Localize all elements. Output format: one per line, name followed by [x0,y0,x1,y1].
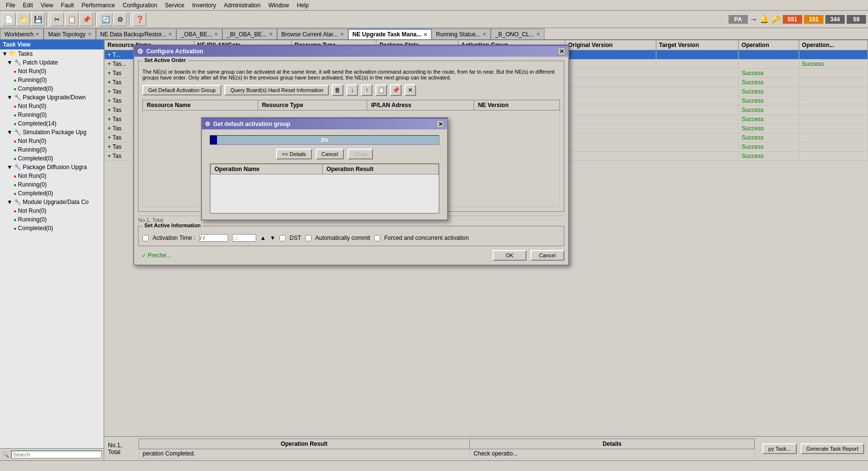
tree-patch-notrun[interactable]: ● Not Run(0) [0,67,104,76]
cancel-progress-button[interactable]: Cancel [316,149,344,159]
tab-workbench-close[interactable]: ✕ [35,31,39,37]
tab-main-topology[interactable]: Main Topology ✕ [44,29,95,39]
configure-ok-button[interactable]: OK [493,250,527,261]
activation-time-input[interactable] [232,234,256,242]
tab-oba-be-close[interactable]: ✕ [214,31,218,37]
progress-dialog-close[interactable]: ✕ [436,120,444,128]
up-arrow-btn[interactable]: ↑ [361,84,372,96]
generate-task-report-button[interactable]: Generate Task Report [801,443,864,454]
tab-ono-cl-close[interactable]: ✕ [536,31,540,37]
toolbar-paste[interactable]: 📌 [79,13,93,26]
tab-ono-cl[interactable]: _B_ONO_CL... ✕ [491,29,544,39]
tab-bi-oba-close[interactable]: ✕ [269,31,273,37]
col-original-version[interactable]: Original Version [565,40,656,50]
query-board-button[interactable]: Query Board(s) Hard Reset Information [224,85,329,95]
tree-diff-running[interactable]: ● Running(0) [0,180,104,189]
tree-patch-update[interactable]: ▼ 🔧 Patch Update [0,58,104,67]
tree-sim-running[interactable]: ● Running(0) [0,145,104,154]
spinner-down[interactable]: ▼ [270,235,276,241]
col-target-version[interactable]: Target Version [656,40,739,50]
tree-pkg-upgrade[interactable]: ▼ 🔧 Package Upgrade/Down [0,93,104,102]
tab-upgrade-task-close[interactable]: ✕ [423,32,427,37]
col-operation2[interactable]: Operation... [799,40,868,50]
tree-pkg-diffusion[interactable]: ▼ 🔧 Package Diffusion Upgra [0,163,104,172]
tree-module-expand[interactable]: ▼ [7,199,13,205]
tab-alarm[interactable]: Browse Current Alar... ✕ [277,29,348,39]
toolbar-settings[interactable]: ⚙ [113,13,127,26]
copy-task-button[interactable]: py Task... [762,443,796,454]
menu-performance[interactable]: Performance [78,1,119,10]
auto-commit-checkbox[interactable] [305,235,311,241]
get-default-activation-button[interactable]: Get Default Activation Group [142,85,221,95]
activation-date-input[interactable] [199,234,228,242]
tree-sim-pkg[interactable]: ▼ 🔧 Simulation Package Upg [0,128,104,137]
tree-pkg-running[interactable]: ● Running(0) [0,110,104,119]
tree-tasks[interactable]: ▼ 📁 Tasks [0,49,104,58]
menu-configuration[interactable]: Configuration [119,1,161,10]
tab-running-status[interactable]: Running Status... ✕ [432,29,491,39]
tree-module-running[interactable]: ● Running(0) [0,215,104,224]
tree-diff-completed[interactable]: ● Completed(0) [0,189,104,198]
tree-pkg-expand[interactable]: ▼ [7,94,13,101]
tree-module-completed[interactable]: ● Completed(0) [0,224,104,233]
status-551: 551 [783,15,802,24]
spinner-up[interactable]: ▲ [260,235,266,241]
tab-alarm-close[interactable]: ✕ [340,31,344,37]
tree-diff-notrun-label: Not Run(0) [18,173,46,179]
cell-success: Success [739,124,799,133]
configure-activation-close[interactable]: ✕ [558,47,565,55]
tab-bi-oba[interactable]: _BI_OBA_BE... ✕ [222,29,277,39]
toolbar-open[interactable]: 📁 [16,13,30,26]
toolbar-cut[interactable]: ✂ [50,13,64,26]
delete-icon-btn[interactable]: 🗑 [332,84,343,96]
tree-patch-running[interactable]: ● Running(0) [0,76,104,84]
tree-patch-completed[interactable]: ● Completed(0) [0,84,104,93]
tree-sim-expand[interactable]: ▼ [7,129,13,136]
tab-ne-backup-close[interactable]: ✕ [168,31,172,37]
tree-patch-expand[interactable]: ▼ [7,59,13,66]
toolbar-refresh[interactable]: 🔄 [99,13,112,26]
activation-time-checkbox[interactable] [142,235,149,241]
toolbar-save[interactable]: 💾 [31,13,45,26]
cell-op2 [799,133,868,142]
details-button[interactable]: << Details [276,149,312,159]
copy-btn[interactable]: 📋 [375,84,387,96]
close-btn-inner[interactable]: ✕ [404,84,416,96]
dot-green9-icon: ● [14,217,16,222]
tree-pkg-completed[interactable]: ● Completed(14) [0,119,104,128]
down-arrow-btn[interactable]: ↓ [346,84,358,96]
tab-running-status-close[interactable]: ✕ [482,31,486,37]
search-input[interactable] [11,451,102,458]
tree-diff-notrun[interactable]: ● Not Run(0) [0,172,104,180]
toolbar-copy[interactable]: 📋 [65,13,78,26]
menu-view[interactable]: View [37,1,57,10]
tab-oba-be[interactable]: _OBA_BE... ✕ [176,29,222,39]
forced-activation-checkbox[interactable] [374,235,380,241]
tree-sim-completed[interactable]: ● Completed(0) [0,154,104,163]
tab-upgrade-task[interactable]: NE Upgrade Task Mana... ✕ [348,29,432,39]
toolbar-help[interactable]: ❓ [133,13,146,26]
tree-diff-expand[interactable]: ▼ [7,164,13,171]
tab-ne-backup[interactable]: NE Data Backup/Restor... ✕ [96,29,177,39]
menu-administration[interactable]: Administration [220,1,264,10]
menu-fault[interactable]: Fault [57,1,78,10]
toolbar-new[interactable]: 📄 [2,13,16,26]
paste-btn[interactable]: 📌 [390,84,402,96]
tab-main-topology-close[interactable]: ✕ [88,31,92,37]
tree-sim-notrun[interactable]: ● Not Run(0) [0,137,104,145]
configure-cancel-button[interactable]: Cancel [530,250,564,261]
tree-pkg-notrun[interactable]: ● Not Run(0) [0,102,104,110]
tree-module-upgrade[interactable]: ▼ 🔧 Module Upgrade/Data Co [0,198,104,206]
menu-help[interactable]: Help [293,1,313,10]
col-operation[interactable]: Operation [739,40,799,50]
tree-tasks-expand[interactable]: ▼ [2,50,8,57]
close-progress-button[interactable]: Close [348,149,373,159]
tree-module-notrun[interactable]: ● Not Run(0) [0,206,104,215]
menu-file[interactable]: File [2,1,19,10]
tab-workbench[interactable]: Workbench ✕ [0,29,44,39]
menu-edit[interactable]: Edit [19,1,37,10]
menu-window[interactable]: Window [264,1,293,10]
dst-checkbox[interactable] [279,235,286,241]
menu-service[interactable]: Service [161,1,188,10]
menu-inventory[interactable]: Inventory [188,1,220,10]
